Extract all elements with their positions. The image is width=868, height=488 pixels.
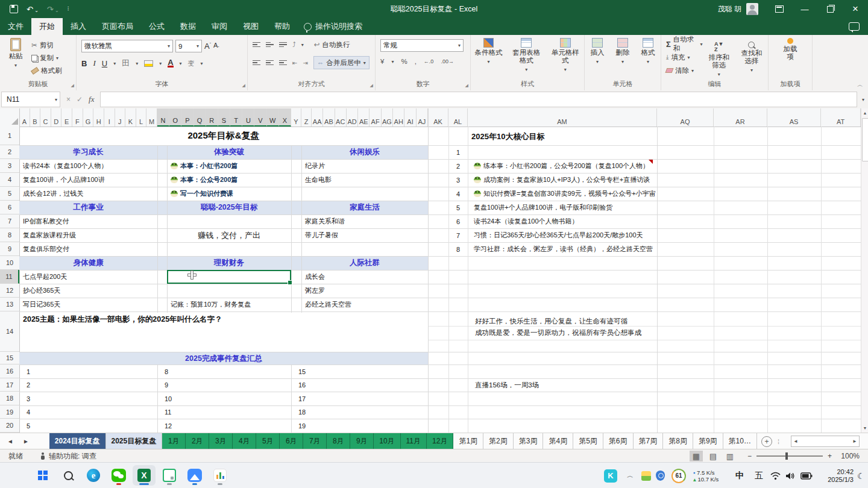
column-header-n[interactable]: N bbox=[157, 108, 169, 127]
save-icon[interactable] bbox=[10, 5, 18, 13]
row-header-8[interactable]: 8 bbox=[0, 228, 19, 242]
data-cell[interactable]: 带儿子暑假 bbox=[301, 228, 428, 242]
list-number-cell[interactable]: 18 bbox=[295, 405, 319, 419]
align-center-icon[interactable] bbox=[266, 59, 274, 67]
insert-function-icon[interactable]: fx bbox=[89, 95, 94, 104]
column-header-af[interactable]: AF bbox=[370, 108, 382, 127]
core-goals-header-cell[interactable]: 2025年10大核心目标 bbox=[471, 128, 657, 145]
tab-review[interactable]: 审阅 bbox=[204, 18, 235, 35]
sheet-tab-21[interactable]: 第7周 bbox=[634, 433, 664, 449]
tab-help[interactable]: 帮助 bbox=[266, 18, 298, 35]
sheet-tab-4[interactable]: 2月 bbox=[186, 433, 209, 449]
sheet-tab-8[interactable]: 6月 bbox=[280, 433, 303, 449]
dialog-launcher-icon[interactable]: ◢ bbox=[370, 83, 373, 88]
restore-button[interactable] bbox=[817, 0, 843, 18]
tab-insert[interactable]: 插入 bbox=[63, 18, 94, 35]
name-box[interactable]: N11▾ bbox=[1, 92, 60, 107]
goal-number-cell[interactable]: 2 bbox=[448, 159, 468, 173]
orientation-icon[interactable]: ⤴ bbox=[292, 41, 296, 48]
row-header-14[interactable]: 14 bbox=[0, 311, 19, 352]
user-avatar[interactable] bbox=[746, 3, 758, 15]
copy-button[interactable]: 复制 ▾ bbox=[31, 52, 62, 63]
sheet-tab-2[interactable]: 2025目标复盘 bbox=[106, 433, 163, 449]
goal-number-cell[interactable]: 5 bbox=[448, 201, 468, 214]
tab-file[interactable]: 文件 bbox=[0, 18, 31, 35]
section-header-cell[interactable]: 人际社群 bbox=[301, 257, 428, 269]
row-header-19[interactable]: 19 bbox=[0, 405, 19, 419]
scroll-down-icon[interactable]: ▼ bbox=[861, 424, 868, 432]
shrink-font-icon[interactable]: Aˇ bbox=[213, 42, 219, 50]
sort-filter-button[interactable]: A▼Z排序和筛选▾ bbox=[703, 39, 735, 78]
data-cell[interactable]: 记账：预算10万，财务复盘 bbox=[167, 298, 291, 311]
close-button[interactable]: × bbox=[843, 0, 868, 18]
row-header-17[interactable]: 17 bbox=[0, 378, 19, 392]
sheet-tab-9[interactable]: 7月 bbox=[303, 433, 327, 449]
delete-cells-button[interactable]: 删除▾ bbox=[610, 35, 635, 66]
zoom-in-icon[interactable]: + bbox=[828, 452, 832, 460]
sheet-tab-15[interactable]: 第1周 bbox=[453, 433, 483, 449]
page-layout-view-button[interactable]: ▤ bbox=[706, 451, 720, 461]
find-select-button[interactable]: 查找和选择▾ bbox=[735, 39, 768, 78]
row-header-9[interactable]: 9 bbox=[0, 242, 19, 256]
format-painter-button[interactable]: 格式刷 bbox=[31, 65, 62, 76]
section-header-cell[interactable]: 身体健康 bbox=[19, 257, 157, 269]
cloud-app-button[interactable] bbox=[183, 465, 206, 486]
column-header-k[interactable]: K bbox=[125, 108, 136, 127]
column-header-h[interactable]: H bbox=[93, 108, 104, 127]
column-header-c[interactable]: C bbox=[40, 108, 51, 127]
sheet-tab-13[interactable]: 11月 bbox=[401, 433, 427, 449]
column-header-ab[interactable]: AB bbox=[323, 108, 335, 127]
comma-icon[interactable]: , bbox=[415, 58, 417, 65]
sheet-tab-19[interactable]: 第5周 bbox=[573, 433, 603, 449]
data-cell[interactable]: 写日记365天 bbox=[19, 298, 157, 311]
list-number-cell[interactable]: 17 bbox=[295, 392, 319, 405]
new-sheet-button[interactable]: + bbox=[761, 436, 772, 447]
tab-formulas[interactable]: 公式 bbox=[141, 18, 172, 35]
goal-number-cell[interactable]: 8 bbox=[448, 242, 468, 256]
list-number-cell[interactable]: 11 bbox=[161, 405, 185, 419]
data-cell[interactable]: 复盘100讲，个人品牌100讲 bbox=[19, 173, 157, 187]
start-button[interactable] bbox=[31, 465, 54, 486]
italic-button[interactable]: I bbox=[93, 58, 95, 68]
wechat-button[interactable] bbox=[107, 465, 130, 486]
align-right-icon[interactable] bbox=[279, 59, 287, 67]
column-header-o[interactable]: O bbox=[169, 108, 181, 127]
selection-box-n11[interactable] bbox=[167, 270, 291, 284]
list-number-cell[interactable]: 1 bbox=[23, 364, 47, 378]
capture-tool-button[interactable] bbox=[158, 465, 181, 486]
column-header-ah[interactable]: AH bbox=[393, 108, 404, 127]
page-break-view-button[interactable]: ▥ bbox=[723, 451, 737, 461]
row-header-16[interactable]: 16 bbox=[0, 364, 19, 378]
cancel-icon[interactable]: × bbox=[66, 95, 71, 104]
list-number-cell[interactable]: 9 bbox=[161, 378, 185, 392]
column-header-at[interactable]: AT bbox=[821, 108, 861, 127]
section-header-cell[interactable]: 理财财务 bbox=[167, 257, 291, 269]
column-header-x[interactable]: X bbox=[279, 108, 291, 127]
volume-icon[interactable] bbox=[785, 463, 796, 488]
column-header-u[interactable]: U bbox=[242, 108, 254, 127]
wifi-icon[interactable] bbox=[770, 463, 781, 488]
format-cells-button[interactable]: 格式▾ bbox=[635, 35, 661, 66]
wrap-text-button[interactable]: ↩自动换行 bbox=[314, 39, 350, 50]
paste-button[interactable]: 粘贴▾ bbox=[0, 35, 31, 76]
column-header-am[interactable]: AM bbox=[468, 108, 657, 127]
tab-splitter[interactable]: ⁞ bbox=[778, 438, 779, 445]
column-header-j[interactable]: J bbox=[115, 108, 126, 127]
live-note-cell[interactable]: 直播156场，一周3场 bbox=[471, 378, 670, 392]
autosum-button[interactable]: Σ自动求和▾ bbox=[666, 39, 703, 49]
data-cell[interactable]: 本事：公众号200篇 bbox=[167, 173, 291, 187]
tab-view[interactable]: 视图 bbox=[235, 18, 266, 35]
column-header-e[interactable]: E bbox=[61, 108, 72, 127]
zoom-slider[interactable] bbox=[756, 455, 823, 457]
increase-indent-icon[interactable]: ⇥ bbox=[303, 60, 307, 66]
list-number-cell[interactable]: 10 bbox=[161, 392, 185, 405]
column-header-s[interactable]: S bbox=[218, 108, 230, 127]
goal-number-cell[interactable]: 6 bbox=[448, 214, 468, 228]
goal-text-cell[interactable]: 成功案例：复盘家族10人+IP3人)，公众号专栏+直播访谈 bbox=[470, 173, 656, 187]
list-number-cell[interactable]: 19 bbox=[295, 419, 319, 433]
chart-app-button[interactable] bbox=[209, 465, 231, 486]
fill-button[interactable]: ⤓填充▾ bbox=[666, 52, 703, 63]
format-as-table-button[interactable]: 套用表格格式▾ bbox=[506, 35, 546, 74]
column-header-v[interactable]: V bbox=[254, 108, 266, 127]
section-header-cell[interactable]: 体验突破 bbox=[167, 146, 291, 158]
